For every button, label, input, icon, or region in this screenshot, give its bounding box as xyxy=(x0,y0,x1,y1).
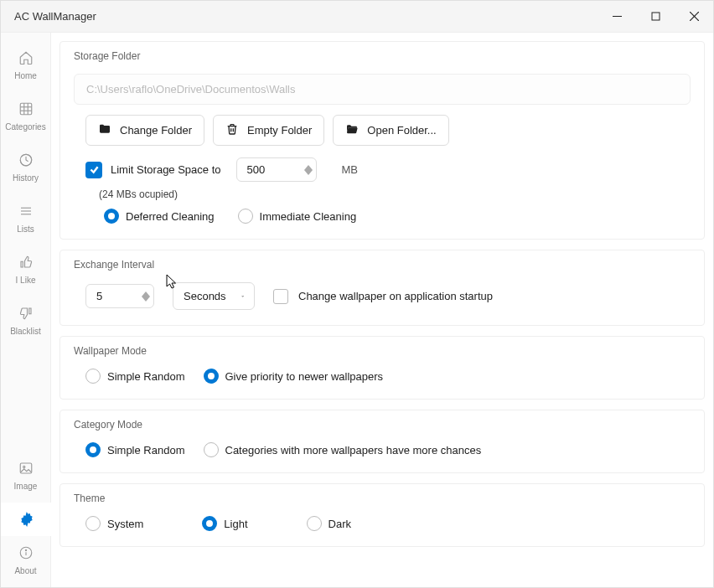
empty-folder-button[interactable]: Empty Folder xyxy=(213,115,324,146)
startup-checkbox-row[interactable]: Change wallpaper on application startup xyxy=(273,289,493,304)
sidebar-label: About xyxy=(14,566,36,575)
list-icon xyxy=(18,203,34,219)
window-controls xyxy=(598,1,713,33)
sidebar-item-image[interactable]: Image xyxy=(1,451,51,503)
spinner-arrows xyxy=(304,165,313,175)
radio-label: Simple Random xyxy=(107,370,185,383)
minimize-button[interactable] xyxy=(598,1,636,33)
wallmode-section: Wallpaper Mode Simple Random Give priori… xyxy=(60,336,705,400)
limit-label: Limit Storage Space to xyxy=(111,163,221,176)
limit-value-spinner[interactable]: 500 xyxy=(236,157,317,182)
svg-rect-1 xyxy=(652,13,660,20)
occupied-label: (24 MBs ocupied) xyxy=(74,182,691,200)
section-title: Exchange Interval xyxy=(74,250,691,282)
change-folder-button[interactable]: Change Folder xyxy=(85,115,204,146)
maximize-button[interactable] xyxy=(636,1,675,33)
sidebar-item-lists[interactable]: Lists xyxy=(1,194,51,245)
home-icon xyxy=(18,49,34,66)
wallmode-simple-radio[interactable]: Simple Random xyxy=(85,369,185,384)
title-bar: AC WallManager xyxy=(1,1,713,33)
interval-value-spinner[interactable]: 5 xyxy=(85,284,154,308)
app-window: AC WallManager Home Categories xyxy=(0,0,714,588)
app-title: AC WallManager xyxy=(14,10,96,23)
history-icon xyxy=(18,152,34,168)
radio-label: Give priority to newer wallpapers xyxy=(225,370,384,383)
settings-content: Storage Folder Change Folder Empty Folde… xyxy=(51,33,713,587)
radio-circle-icon xyxy=(85,369,101,384)
radio-circle-icon xyxy=(104,209,119,224)
section-title: Storage Folder xyxy=(74,42,691,74)
theme-section: Theme System Light Dark xyxy=(60,483,705,547)
section-title: Theme xyxy=(74,484,691,516)
section-title: Category Mode xyxy=(74,410,691,442)
open-folder-button[interactable]: Open Folder... xyxy=(333,115,448,146)
sidebar-item-history[interactable]: History xyxy=(1,143,51,194)
sidebar-item-blacklist[interactable]: Blacklist xyxy=(1,297,51,348)
startup-label: Change wallpaper on application startup xyxy=(298,290,493,302)
radio-label: Dark xyxy=(329,518,351,530)
theme-system-radio[interactable]: System xyxy=(85,516,143,531)
sidebar-item-settings[interactable] xyxy=(1,503,51,536)
thumbs-down-icon xyxy=(18,305,34,322)
interval-section: Exchange Interval 5 Seconds xyxy=(60,250,705,326)
section-title: Wallpaper Mode xyxy=(74,337,691,369)
sidebar-label: Blacklist xyxy=(10,327,41,336)
limit-checkbox[interactable] xyxy=(85,162,102,178)
wallmode-priority-radio[interactable]: Give priority to newer wallpapers xyxy=(204,369,384,384)
folder-open-icon xyxy=(345,122,359,138)
radio-label: Simple Random xyxy=(107,444,185,456)
sidebar-label: History xyxy=(13,173,39,183)
select-value: Seconds xyxy=(184,290,226,302)
radio-circle-icon xyxy=(85,442,101,457)
immediate-cleaning-radio[interactable]: Immediate Cleaning xyxy=(238,209,357,224)
chevron-down-icon[interactable] xyxy=(142,297,150,302)
radio-label: Light xyxy=(224,518,247,530)
catmode-weighted-radio[interactable]: Categories with more wallpapers have mor… xyxy=(204,442,482,457)
spinner-arrows xyxy=(142,291,150,302)
storage-section: Storage Folder Change Folder Empty Folde… xyxy=(60,41,705,240)
info-icon xyxy=(18,544,34,561)
sidebar-item-home[interactable]: Home xyxy=(1,41,51,92)
close-button[interactable] xyxy=(675,1,713,33)
sidebar-item-about[interactable]: About xyxy=(1,536,51,587)
chevron-down-icon[interactable] xyxy=(304,170,313,175)
interval-unit-select[interactable]: Seconds xyxy=(173,282,255,310)
sidebar-item-categories[interactable]: Categories xyxy=(1,92,51,143)
radio-circle-icon xyxy=(85,516,101,531)
catmode-simple-radio[interactable]: Simple Random xyxy=(85,442,185,457)
spinner-value: 5 xyxy=(96,290,118,302)
spinner-value: 500 xyxy=(247,163,269,176)
svg-marker-22 xyxy=(142,297,150,302)
svg-rect-13 xyxy=(20,463,32,473)
radio-circle-icon xyxy=(204,442,219,457)
svg-marker-23 xyxy=(241,295,244,297)
image-icon xyxy=(18,460,34,477)
sidebar-label: Home xyxy=(14,71,37,80)
radio-circle-icon xyxy=(202,516,217,531)
sidebar-label: Lists xyxy=(17,224,34,234)
svg-marker-20 xyxy=(304,170,313,175)
button-label: Empty Folder xyxy=(247,124,312,137)
gear-icon xyxy=(18,511,35,528)
thumbs-up-icon xyxy=(18,254,34,271)
radio-label: Categories with more wallpapers have mor… xyxy=(225,444,482,456)
svg-point-18 xyxy=(25,549,26,550)
sidebar-label: Image xyxy=(14,482,38,491)
theme-light-radio[interactable]: Light xyxy=(202,516,247,531)
svg-rect-4 xyxy=(20,103,32,115)
radio-label: Deferred Cleaning xyxy=(126,210,215,223)
storage-path-input[interactable] xyxy=(74,74,691,105)
radio-circle-icon xyxy=(204,369,219,384)
radio-circle-icon xyxy=(307,516,322,531)
chevron-down-icon xyxy=(241,294,244,299)
sidebar-item-like[interactable]: I Like xyxy=(1,245,51,297)
svg-point-14 xyxy=(23,466,24,467)
theme-dark-radio[interactable]: Dark xyxy=(307,516,351,531)
sidebar-label: Categories xyxy=(5,122,45,132)
deferred-cleaning-radio[interactable]: Deferred Cleaning xyxy=(104,209,215,224)
radio-circle-icon xyxy=(238,209,253,224)
folder-icon xyxy=(98,122,111,138)
sidebar-label: I Like xyxy=(16,276,36,285)
trash-icon xyxy=(225,122,239,138)
catmode-section: Category Mode Simple Random Categories w… xyxy=(60,410,705,473)
